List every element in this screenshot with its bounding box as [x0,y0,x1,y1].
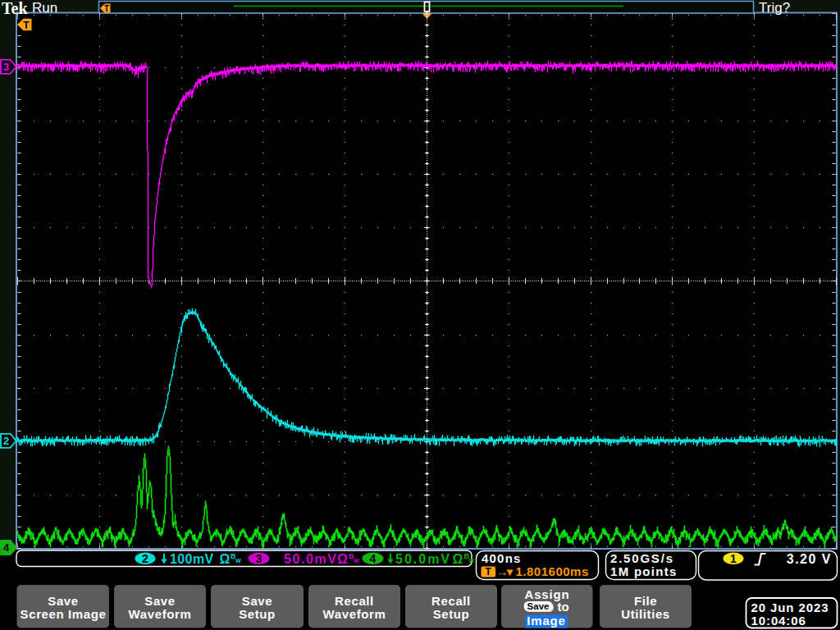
svg-text:Save: Save [242,594,272,608]
svg-text:Ω: Ω [220,552,231,566]
svg-text:T: T [104,4,109,13]
svg-text:2: 2 [142,552,148,565]
svg-text:3: 3 [256,552,262,565]
svg-text:1.801600ms: 1.801600ms [516,564,589,578]
svg-text:2.50GS/s: 2.50GS/s [610,551,674,565]
svg-text:400ns: 400ns [482,551,522,565]
svg-text:Waveform: Waveform [129,607,192,621]
svg-text:Save: Save [48,594,78,608]
svg-text:10:04:06: 10:04:06 [751,614,806,628]
svg-text:Recall: Recall [431,594,471,608]
svg-text:4: 4 [3,541,10,554]
svg-text:4: 4 [370,552,377,565]
svg-text:Run: Run [32,0,57,16]
svg-text:Recall: Recall [335,594,374,608]
svg-text:50.0mV: 50.0mV [284,552,338,566]
svg-text:▼: ▼ [504,566,515,578]
svg-text:1M points: 1M points [610,564,678,578]
svg-text:Image: Image [527,614,565,628]
svg-text:File: File [634,594,657,608]
svg-text:Screen Image: Screen Image [21,607,107,621]
svg-text:Ω: Ω [453,552,463,566]
svg-text:100mV: 100mV [170,552,214,566]
svg-text:to: to [557,600,568,614]
svg-text:2: 2 [3,435,9,447]
svg-text:3.20 V: 3.20 V [787,552,832,566]
svg-text:W: W [469,558,475,564]
svg-text:T: T [486,566,492,578]
svg-text:W: W [354,558,359,564]
svg-text:Setup: Setup [239,607,276,621]
svg-text:Setup: Setup [433,607,470,621]
svg-text:50.0mV: 50.0mV [395,552,451,566]
svg-text:Trig?: Trig? [759,0,790,16]
svg-text:Tek: Tek [2,0,28,17]
svg-text:Ω: Ω [337,552,348,566]
svg-text:Save: Save [527,601,550,611]
svg-text:Save: Save [144,594,175,608]
svg-text:T: T [23,20,30,31]
svg-text:Waveform: Waveform [323,607,386,621]
svg-text:3: 3 [3,61,9,73]
svg-text:Utilities: Utilities [621,607,670,621]
svg-text:20 Jun 2023: 20 Jun 2023 [751,600,829,614]
svg-text:1: 1 [730,552,737,565]
svg-text:W: W [235,558,241,564]
